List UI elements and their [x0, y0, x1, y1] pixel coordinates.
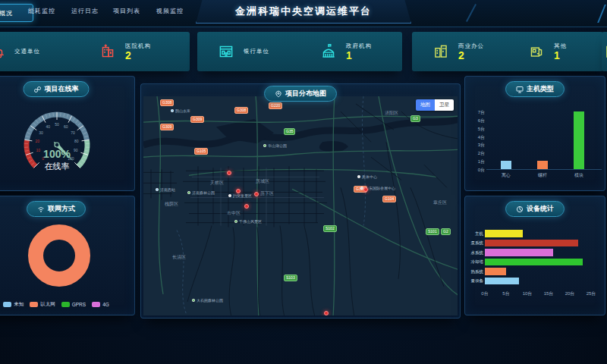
hospital-icon [99, 42, 117, 61]
project-marker[interactable] [254, 192, 259, 196]
poi-dot [234, 220, 237, 223]
svg-text:40: 40 [46, 124, 50, 129]
road-badge-G2: G2 [441, 228, 451, 235]
svg-text:70: 70 [71, 130, 75, 135]
poi-label: 奥体中心 [357, 174, 377, 179]
legend-item-4G[interactable]: 4G [92, 301, 109, 308]
monitor-icon [516, 86, 524, 93]
road-badge-G309: G309 [160, 124, 174, 130]
bar-主机 [485, 230, 523, 237]
y-axis-label: 7台 [468, 109, 485, 116]
x-axis-line [486, 169, 602, 170]
y-axis-label: 6台 [468, 118, 485, 124]
project-marker[interactable] [363, 187, 368, 192]
legend-item-未知[interactable]: 未知 [3, 301, 24, 308]
svg-text:80: 80 [74, 139, 79, 143]
bar-量设备 [485, 278, 519, 285]
poi-dot [187, 191, 190, 194]
panel-project-map: 项目分布地图 地图 卫星 [140, 83, 461, 318]
project-marker[interactable] [227, 171, 231, 175]
bank-icon [217, 42, 235, 61]
tab-video-monitor[interactable]: 视频监控 [156, 7, 184, 15]
legend-item-以太网[interactable]: 以太网 [30, 301, 55, 308]
poi-text: 济南西站 [160, 187, 175, 192]
stat-item-other: 其他1 [508, 32, 603, 71]
poi-text: 华山湖公园 [268, 143, 287, 148]
stat-value: 1 [554, 50, 567, 61]
map-pin-icon [275, 90, 282, 98]
panel-host-type: 主机类型 0台1台2台3台4台5台6台7台离心螺杆模块 [464, 76, 605, 191]
poi-text: 千佛山风景区 [239, 219, 262, 224]
bar-冷却塔 [485, 259, 583, 266]
poi-text: 山东国际会展中心 [365, 186, 395, 190]
legend-label: GPRS [72, 302, 86, 307]
panel-header-map: 项目分布地图 [264, 86, 337, 102]
panel-header-host-type: 主机类型 [505, 81, 565, 97]
building-icon [603, 42, 607, 61]
stat-card-2: 银行单位 政府机构1 [197, 32, 402, 71]
stat-item-partial [602, 32, 607, 71]
road-badge-G309: G309 [190, 116, 204, 123]
y-axis-label: 2台 [468, 150, 485, 157]
poi-label: 鹊山水库 [171, 108, 190, 113]
district-label: 历城区 [256, 178, 269, 185]
link-icon [34, 86, 42, 93]
road-badge-S101: S101 [426, 228, 439, 235]
stat-item-office: 商业办公2 [412, 32, 508, 71]
district-label: 历下区 [260, 190, 274, 197]
tab-project-list[interactable]: 项目列表 [113, 7, 140, 15]
bar-热系统 [485, 268, 506, 275]
poi-text: 趵突泉景区 [233, 193, 252, 198]
project-marker[interactable] [236, 189, 241, 193]
poi-dot [228, 194, 231, 197]
road-badge-G104: G104 [382, 196, 396, 202]
decor-line [466, 4, 476, 22]
bar-水系统 [485, 249, 553, 256]
stat-label: 银行单位 [244, 48, 269, 55]
stat-value: 2 [458, 50, 484, 61]
panel-title: 项目分布地图 [285, 89, 326, 99]
poi-label: 千佛山风景区 [234, 219, 262, 224]
stat-label: 其他 [554, 42, 567, 50]
district-label: 市中区 [227, 210, 241, 217]
district-label: 槐荫区 [165, 201, 178, 208]
panel-title: 项目在线率 [45, 84, 79, 94]
district-label: 天桥区 [210, 180, 224, 187]
bar-泵系统 [485, 240, 578, 247]
poi-text: 大石崮森林公园 [197, 298, 223, 303]
poi-label: 济南西站 [156, 187, 175, 192]
panel-header-device-stats: 设备统计 [505, 201, 565, 217]
tab-energy-monitor[interactable]: 能耗监控 [28, 7, 55, 15]
poi-label: 济南森林公园 [187, 190, 215, 195]
y-axis-label: 0台 [468, 167, 485, 174]
project-marker[interactable] [324, 311, 329, 315]
stat-item-hospital: 医院机构2 [79, 32, 190, 71]
wifi-icon [37, 206, 45, 213]
office-icon [432, 42, 450, 61]
panel-title: 设备统计 [527, 204, 554, 214]
tab-run-log[interactable]: 运行日志 [71, 7, 99, 15]
panel-title: 联网方式 [48, 204, 75, 214]
poi-dot [171, 109, 174, 112]
stat-label: 交通单位 [14, 48, 40, 55]
x-axis-label: 20台 [559, 290, 580, 297]
map-canvas[interactable]: G308G308G220G309G309G35G3G105G309G104S10… [143, 96, 458, 315]
satellite-mode-button[interactable]: 卫星 [435, 99, 454, 111]
project-marker[interactable] [244, 204, 249, 209]
y-axis-label: 1台 [468, 158, 485, 165]
stat-card-partial [602, 32, 607, 71]
poi-dot [192, 299, 195, 302]
road-badge-G35: G35 [284, 128, 295, 135]
svg-text:20: 20 [36, 139, 40, 143]
x-axis-label: 模块 [564, 172, 594, 179]
car-icon [0, 42, 6, 61]
road-badge-G105: G105 [194, 148, 208, 155]
panel-title: 主机类型 [527, 84, 554, 94]
poi-text: 济南森林公园 [192, 190, 215, 195]
stat-label: 医院机构 [125, 42, 151, 50]
decor-bracket [597, 5, 607, 23]
legend-item-GPRS[interactable]: GPRS [61, 301, 86, 308]
map-mode-button[interactable]: 地图 [416, 99, 435, 111]
legend-label: 未知 [14, 301, 24, 308]
x-axis-label: 25台 [580, 290, 602, 297]
